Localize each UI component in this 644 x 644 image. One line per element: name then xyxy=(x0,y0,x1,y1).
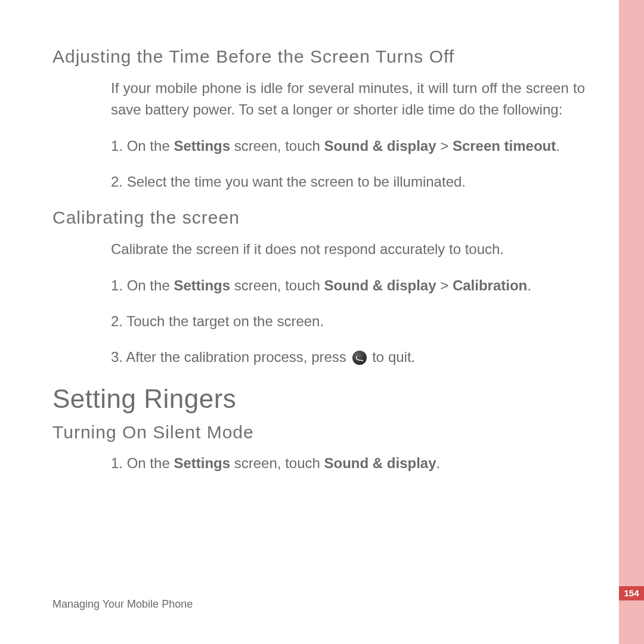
text: screen, touch xyxy=(230,455,324,471)
screen-timeout-step-2: 2. Select the time you want the screen t… xyxy=(111,172,585,192)
text: to quit. xyxy=(369,349,416,365)
text: screen, touch xyxy=(230,277,324,293)
text: . xyxy=(436,455,441,471)
bold-sound-display: Sound & display xyxy=(324,455,436,471)
heading-setting-ringers: Setting Ringers xyxy=(52,384,589,414)
text: . xyxy=(556,138,560,154)
intro-calibrating: Calibrate the screen if it does not resp… xyxy=(111,239,585,260)
text: 1. On the xyxy=(111,455,174,471)
text: > xyxy=(436,277,453,293)
heading-screen-timeout: Adjusting the Time Before the Screen Tur… xyxy=(52,47,589,67)
calibrating-step-3: 3. After the calibration process, press … xyxy=(111,347,585,367)
page-number-badge: 154 xyxy=(619,586,644,600)
text: . xyxy=(527,277,531,293)
bold-settings: Settings xyxy=(174,455,230,471)
bold-settings: Settings xyxy=(174,277,230,293)
text: 1. On the xyxy=(111,277,174,293)
footer-text: Managing Your Mobile Phone xyxy=(52,598,193,611)
calibrating-step-2: 2. Touch the target on the screen. xyxy=(111,311,585,332)
bold-settings: Settings xyxy=(174,138,230,154)
heading-silent-mode: Turning On Silent Mode xyxy=(52,422,589,442)
text: > xyxy=(436,138,453,154)
bold-sound-display: Sound & display xyxy=(324,277,436,293)
text: 3. After the calibration process, press xyxy=(111,349,351,365)
text: screen, touch xyxy=(230,138,324,154)
bold-screen-timeout: Screen timeout xyxy=(453,138,556,154)
screen-timeout-step-1: 1. On the Settings screen, touch Sound &… xyxy=(111,136,585,156)
intro-screen-timeout: If your mobile phone is idle for several… xyxy=(111,78,585,120)
text: 1. On the xyxy=(111,138,174,154)
silent-mode-step-1: 1. On the Settings screen, touch Sound &… xyxy=(111,453,585,473)
bold-calibration: Calibration xyxy=(453,277,527,293)
calibrating-step-1: 1. On the Settings screen, touch Sound &… xyxy=(111,275,585,296)
bold-sound-display: Sound & display xyxy=(324,138,436,154)
heading-calibrating: Calibrating the screen xyxy=(52,208,589,228)
side-tab xyxy=(619,0,644,644)
page-content: Adjusting the Time Before the Screen Tur… xyxy=(52,47,589,489)
back-button-icon xyxy=(352,351,367,365)
